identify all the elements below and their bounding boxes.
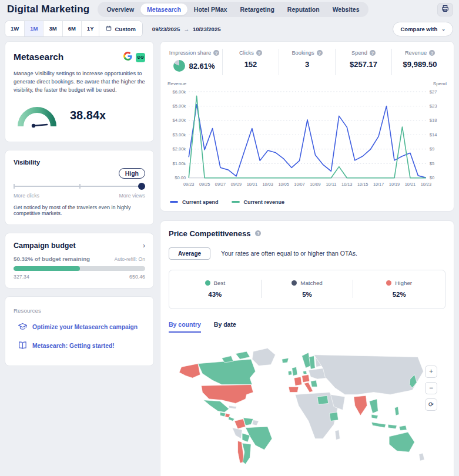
map-region-australia[interactable] [389,432,414,452]
map-region-panama[interactable] [228,417,234,421]
map-region-ethiopia[interactable] [329,412,338,421]
tab-websites[interactable]: Websites [326,4,366,15]
map-region-guatemala[interactable] [220,412,225,417]
map-region-alaska[interactable] [179,364,200,378]
tab-hotel-pmax[interactable]: Hotel PMax [187,4,234,15]
map-region-spain[interactable] [289,387,299,392]
kpi-spend: Spend?$257.17 [335,49,391,75]
range-button-1m[interactable]: 1M [25,21,43,36]
map-region-ireland[interactable] [288,371,292,376]
custom-range-button[interactable]: Custom [99,21,142,36]
map-region-balkans[interactable] [310,380,317,387]
graduation-cap-icon [18,322,27,333]
map-region-cuba[interactable] [229,405,236,409]
zoom-in-button[interactable]: + [425,366,437,378]
compare-with-label: Compare with [400,26,437,32]
map-region-mexico[interactable] [203,400,229,413]
kpi-value: 3 [279,60,335,69]
help-icon[interactable]: ? [213,50,219,56]
map-region-greenland[interactable] [252,348,275,366]
performance-chart: RevenueSpend$6.00k$27$5.00k$23$4.00k$18$… [166,79,448,195]
chevron-down-icon: ⌄ [441,26,445,32]
svg-text:10/15: 10/15 [357,182,368,187]
map-region-germany[interactable] [301,374,309,382]
map-region-canada[interactable] [197,359,255,384]
range-button-3m[interactable]: 3M [43,21,62,36]
map-region-sweden[interactable] [309,356,314,369]
budget-progress-fill [14,266,80,271]
map-region-egypt[interactable] [317,395,328,404]
legend-item-current-spend[interactable]: Current spend [170,199,219,205]
world-map-svg[interactable] [169,337,445,476]
slider-handle[interactable] [138,183,145,190]
date-range-display: 09/23/2025 → 10/23/2025 [152,26,221,32]
help-icon[interactable]: ? [256,50,262,56]
map-region-france[interactable] [294,377,301,386]
svg-text:$2.00k: $2.00k [173,146,186,152]
tab-by-date[interactable]: By date [214,321,236,333]
tab-retargeting[interactable]: Retargeting [233,4,280,15]
reset-map-button[interactable]: ⟳ [425,398,437,411]
map-region-asia-base[interactable] [314,354,423,394]
budget-spent: 327.34 [14,274,29,280]
kpi-clicks: Clicks?152 [222,49,279,75]
map-region-madagascar[interactable] [335,430,340,440]
range-button-1w[interactable]: 1W [5,21,25,36]
legend-item-current-revenue[interactable]: Current revenue [232,199,285,205]
map-region-malaysia[interactable] [371,414,378,419]
svg-text:10/19: 10/19 [389,182,400,187]
resource-link-optimize[interactable]: Optimize your Metasearch campaign [14,322,145,333]
zoom-out-button[interactable]: − [425,382,437,394]
help-icon[interactable]: ? [370,50,376,56]
range-button-1y[interactable]: 1Y [82,21,100,36]
svg-text:10/01: 10/01 [247,182,257,187]
visibility-slider[interactable] [14,183,145,190]
rate-stat-matched: Matched5% [261,280,353,298]
rate-stat-value: 5% [262,291,353,298]
resource-link-getting-started[interactable]: Metasearch: Getting started! [14,341,145,351]
svg-text:09/23: 09/23 [183,182,194,187]
map-region-iceland[interactable] [282,358,288,363]
map-region-uk[interactable] [292,367,297,376]
map-region-denmark[interactable] [303,371,307,374]
slider-right-label: More views [119,193,145,199]
kpi-label-text: Spend [351,50,367,56]
spend-revenue-chart-svg[interactable]: RevenueSpend$6.00k$27$5.00k$23$4.00k$18$… [166,79,448,192]
help-icon[interactable]: ? [255,230,261,236]
slider-left-label: More clicks [14,193,39,199]
tab-overview[interactable]: Overview [100,4,140,15]
breakdown-tabs: By countryBy date [169,321,445,333]
svg-text:$0.00: $0.00 [175,175,186,180]
resources-title: Resources [14,307,145,314]
campaign-budget-card[interactable]: Campaign budget › 50.32% of budget remai… [5,233,154,289]
map-region-india[interactable] [353,395,367,415]
map-controls: + − ⟳ [425,366,437,411]
visibility-description: Get noticed by most of the travelers eve… [14,205,145,216]
map-region-argentina[interactable] [242,443,251,464]
tab-by-country[interactable]: By country [169,321,201,333]
range-button-6m[interactable]: 6M [63,21,82,36]
map-region-indonesia-1[interactable] [371,422,386,427]
kpi-value-text: 82.61% [189,62,215,71]
slider-tick-mid [79,184,81,189]
metasearch-card: Metasearch Manage Visibili [5,41,154,142]
svg-text:10/09: 10/09 [310,182,320,187]
help-icon[interactable]: ? [317,50,323,56]
map-region-new-zealand[interactable] [418,453,424,461]
tab-metasearch[interactable]: Metasearch [140,4,187,15]
map-region-indonesia-3[interactable] [399,425,407,430]
map-region-guyanas[interactable] [252,420,259,425]
map-region-se-asia[interactable] [369,399,378,413]
compare-with-dropdown[interactable]: Compare with ⌄ [393,22,453,36]
resource-link-label: Optimize your Metasearch campaign [32,324,138,330]
map-region-canada-islands-1[interactable] [235,351,249,359]
kpi-bookings: Bookings?3 [279,49,335,75]
tab-reputation[interactable]: Reputation [281,4,326,15]
map-region-peru[interactable] [232,428,242,439]
help-icon[interactable]: ? [429,50,435,56]
chevron-right-icon[interactable]: › [143,242,145,250]
map-region-indonesia-2[interactable] [388,424,397,429]
map-region-philippines[interactable] [394,407,399,415]
kpi-value-text: 152 [244,60,257,69]
print-button[interactable] [437,3,453,16]
